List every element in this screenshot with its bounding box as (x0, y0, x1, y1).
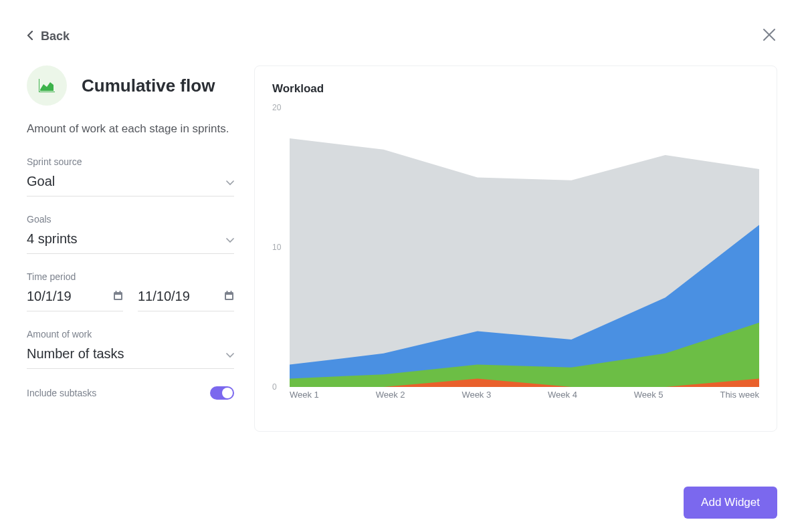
sprint-source-label: Sprint source (27, 156, 234, 167)
svg-rect-7 (231, 291, 232, 293)
close-icon (761, 27, 777, 43)
x-tick: Week 4 (548, 390, 577, 400)
include-subtasks-toggle[interactable] (210, 386, 234, 400)
chart-preview-card: Workload 01020 Week 1Week 2Week 3Week 4W… (254, 65, 777, 432)
chevron-left-icon (27, 29, 33, 43)
chevron-down-icon (226, 346, 234, 362)
x-tick: Week 1 (290, 390, 319, 400)
goals-select[interactable]: 4 sprints (27, 231, 234, 254)
widget-description: Amount of work at each stage in sprints. (27, 120, 234, 138)
x-tick: Week 5 (634, 390, 664, 400)
svg-rect-6 (227, 291, 228, 293)
calendar-icon (113, 289, 123, 304)
svg-rect-3 (120, 291, 121, 293)
amount-of-work-select[interactable]: Number of tasks (27, 346, 234, 369)
add-widget-button[interactable]: Add Widget (684, 487, 777, 519)
y-tick: 20 (272, 103, 281, 112)
back-button[interactable]: Back (27, 29, 70, 43)
y-tick: 10 (272, 243, 281, 252)
calendar-icon (224, 289, 234, 304)
chevron-down-icon (226, 174, 234, 189)
y-tick: 0 (272, 382, 277, 392)
x-tick: Week 2 (376, 390, 405, 400)
svg-rect-2 (116, 291, 117, 293)
x-tick: This week (720, 390, 759, 400)
widget-title: Cumulative flow (82, 76, 215, 96)
chevron-down-icon (226, 231, 234, 247)
config-sidebar: Cumulative flow Amount of work at each s… (27, 65, 234, 432)
chart-svg (290, 108, 759, 387)
sprint-source-value: Goal (27, 174, 55, 189)
x-tick: Week 3 (462, 390, 491, 400)
chart-title: Workload (272, 82, 759, 96)
end-date-value: 11/10/19 (138, 289, 190, 304)
include-subtasks-label: Include subtasks (27, 388, 96, 398)
start-date-input[interactable]: 10/1/19 (27, 289, 123, 311)
end-date-input[interactable]: 11/10/19 (138, 289, 234, 311)
sprint-source-select[interactable]: Goal (27, 174, 234, 196)
goals-label: Goals (27, 214, 234, 225)
close-button[interactable] (761, 27, 777, 45)
area-chart-icon (39, 79, 55, 92)
amount-of-work-value: Number of tasks (27, 346, 124, 362)
widget-type-icon-badge (27, 65, 67, 106)
back-label: Back (41, 29, 70, 43)
svg-rect-5 (226, 295, 232, 299)
goals-value: 4 sprints (27, 231, 78, 247)
chart-area: 01020 Week 1Week 2Week 3Week 4Week 5This… (272, 108, 759, 402)
start-date-value: 10/1/19 (27, 289, 72, 304)
amount-of-work-label: Amount of work (27, 329, 234, 340)
time-period-label: Time period (27, 271, 234, 282)
svg-rect-1 (115, 295, 121, 299)
